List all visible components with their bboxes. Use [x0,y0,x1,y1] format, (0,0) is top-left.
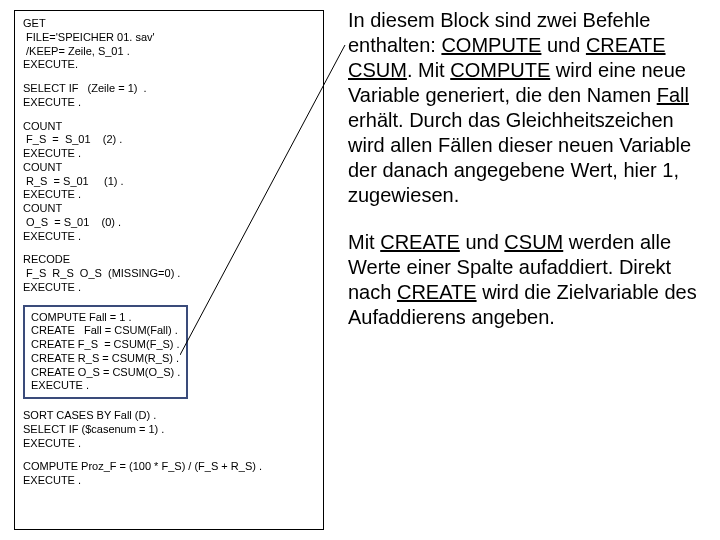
code-block-compute-create: COMPUTE Fall = 1 . CREATE Fall = CSUM(Fa… [23,305,188,400]
keyword-compute: COMPUTE [450,59,550,81]
keyword-create: CREATE [397,281,477,303]
text: . Mit [407,59,450,81]
text: erhält. Durch das Gleichheitszeichen wir… [348,109,691,206]
text: Mit [348,231,380,253]
text: und [541,34,585,56]
code-block-get: GET FILE='SPEICHER 01. sav' /KEEP= Zeile… [23,17,315,72]
code-block-recode: RECODE F_S R_S O_S (MISSING=0) . EXECUTE… [23,253,315,294]
explanation-panel: In diesem Block sind zwei Befehle enthal… [348,8,712,352]
keyword-csum: CSUM [504,231,563,253]
keyword-fall: Fall [657,84,689,106]
code-block-prozf: COMPUTE Proz_F = (100 * F_S) / (F_S + R_… [23,460,315,488]
keyword-compute: COMPUTE [441,34,541,56]
code-block-sort: SORT CASES BY Fall (D) . SELECT IF ($cas… [23,409,315,450]
code-block-selectif: SELECT IF (Zeile = 1) . EXECUTE . [23,82,315,110]
paragraph-2: Mit CREATE und CSUM werden alle Werte ei… [348,230,712,330]
keyword-create: CREATE [380,231,460,253]
code-block-count: COUNT F_S = S_01 (2) . EXECUTE . COUNT R… [23,120,315,244]
code-panel: GET FILE='SPEICHER 01. sav' /KEEP= Zeile… [14,10,324,530]
paragraph-1: In diesem Block sind zwei Befehle enthal… [348,8,712,208]
text: und [460,231,504,253]
